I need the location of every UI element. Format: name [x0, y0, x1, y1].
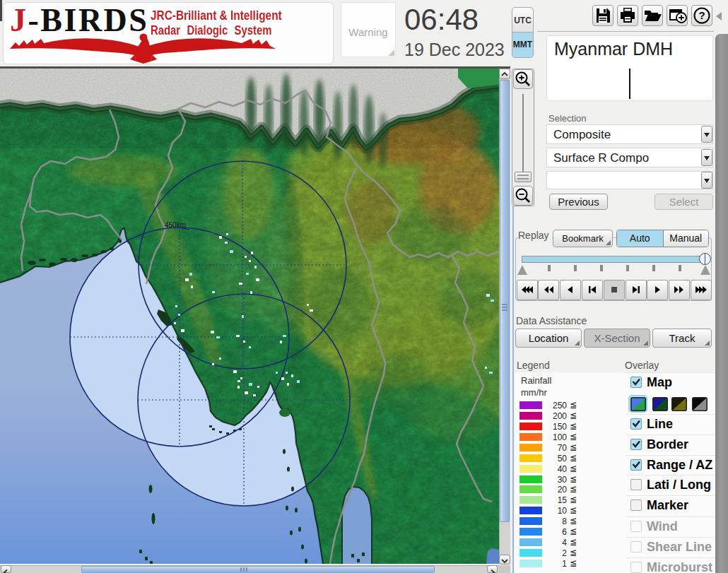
- svg-text:?: ?: [698, 9, 705, 21]
- svg-text:450km: 450km: [165, 221, 186, 229]
